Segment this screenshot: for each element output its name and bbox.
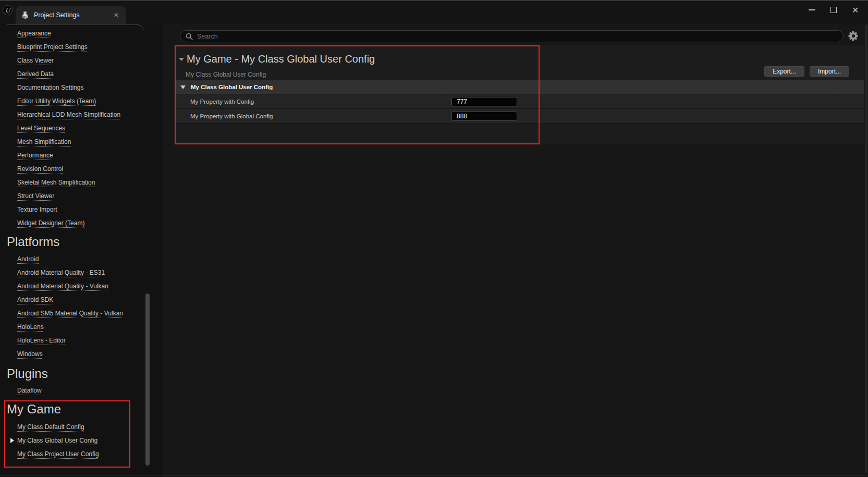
title-bar: U Project Settings ✕ ✕ [0, 0, 868, 24]
sidebar-item-performance[interactable]: Performance [0, 149, 163, 162]
sidebar-item-hololens[interactable]: HoloLens [0, 320, 163, 334]
sidebar-item-hierarchical-lod-mesh-simplification[interactable]: Hierarchical LOD Mesh Simplification [0, 108, 163, 121]
main-scrollbar[interactable] [865, 25, 867, 473]
sidebar-item-android-material-quality-es31[interactable]: Android Material Quality - ES31 [0, 266, 163, 279]
sidebar-platforms-list: Android Android Material Quality - ES31 … [0, 252, 163, 361]
property-value-input[interactable] [451, 112, 517, 121]
settings-sidebar: Appearance Blueprint Project Settings Cl… [0, 24, 163, 477]
right-column-divider [838, 109, 838, 123]
sidebar-item-revision-control[interactable]: Revision Control [0, 162, 163, 176]
tab-project-settings[interactable]: Project Settings ✕ [16, 6, 126, 24]
column-splitter[interactable] [445, 94, 445, 108]
search-icon [186, 33, 193, 40]
sidebar-item-skeletal-mesh-simplification[interactable]: Skeletal Mesh Simplification [0, 176, 163, 189]
tab-label: Project Settings [34, 11, 80, 19]
property-row-my-property-with-global-config: My Property with Global Config [175, 109, 864, 124]
column-splitter[interactable] [445, 109, 445, 123]
project-settings-icon [21, 11, 29, 19]
window-minimize-icon[interactable] [809, 9, 815, 10]
export-button[interactable]: Export... [764, 66, 804, 77]
sidebar-item-struct-viewer[interactable]: Struct Viewer [0, 189, 163, 203]
section-title: My Class Global User Config [191, 84, 273, 90]
sidebar-item-blueprint-project-settings[interactable]: Blueprint Project Settings [0, 40, 163, 54]
sidebar-item-windows[interactable]: Windows [0, 347, 163, 361]
property-row-my-property-with-config: My Property with Config [175, 94, 864, 109]
property-value-input[interactable] [451, 97, 517, 106]
window-top-border [0, 0, 868, 1]
category-title: My Game - My Class Global User Config [187, 53, 375, 65]
window-bottom-border [0, 475, 868, 475]
sidebar-item-dataflow[interactable]: Dataflow [0, 384, 163, 397]
sidebar-item-documentation-settings[interactable]: Documentation Settings [0, 81, 163, 94]
category-subtitle: My Class Global User Config [186, 71, 266, 78]
sidebar-my-game-list: My Class Default Config My Class Global … [0, 420, 163, 461]
settings-gear-icon[interactable] [848, 30, 859, 42]
sidebar-item-my-class-project-user-config[interactable]: My Class Project User Config [0, 447, 163, 461]
section-expander-icon [180, 85, 186, 89]
sidebar-section-plugins: Plugins [7, 366, 48, 381]
sidebar-item-editor-utility-widgets[interactable]: Editor Utility Widgets (Team) [0, 94, 163, 108]
unreal-engine-logo-icon: U [3, 5, 13, 15]
sidebar-item-android-sm5-material-quality-vulkan[interactable]: Android SM5 Material Quality - Vulkan [0, 307, 163, 320]
search-input[interactable] [197, 33, 838, 40]
window-maximize-icon[interactable] [830, 7, 837, 13]
sidebar-item-derived-data[interactable]: Derived Data [0, 67, 163, 81]
sidebar-item-my-class-global-user-config[interactable]: My Class Global User Config [0, 434, 163, 447]
section-header-my-class-global-user-config[interactable]: My Class Global User Config [175, 80, 864, 94]
sidebar-item-hololens-editor[interactable]: HoloLens - Editor [0, 334, 163, 347]
sidebar-section-my-game: My Game [7, 402, 61, 417]
sidebar-item-appearance[interactable]: Appearance [0, 27, 163, 40]
property-name: My Property with Config [190, 94, 254, 108]
selected-item-arrow-icon [10, 438, 14, 443]
property-name: My Property with Global Config [190, 109, 273, 123]
sidebar-item-level-sequences[interactable]: Level Sequences [0, 121, 163, 135]
tab-close-icon[interactable]: ✕ [114, 11, 119, 19]
window-close-icon[interactable]: ✕ [852, 5, 859, 15]
sidebar-item-widget-designer[interactable]: Widget Designer (Team) [0, 216, 163, 230]
sidebar-item-class-viewer[interactable]: Class Viewer [0, 54, 163, 67]
sidebar-item-android[interactable]: Android [0, 252, 163, 266]
sidebar-plugins-list: Dataflow [0, 384, 163, 397]
right-column-divider [838, 94, 838, 108]
sidebar-section-platforms: Platforms [7, 235, 59, 249]
sidebar-general-list: Appearance Blueprint Project Settings Cl… [0, 27, 163, 230]
sidebar-item-android-sdk[interactable]: Android SDK [0, 293, 163, 307]
category-expander-icon[interactable] [179, 58, 184, 61]
project-settings-window: U Project Settings ✕ ✕ Appearance Bluepr… [0, 0, 868, 477]
sidebar-item-mesh-simplification[interactable]: Mesh Simplification [0, 135, 163, 149]
search-bar [180, 30, 843, 42]
import-button[interactable]: Import... [810, 66, 849, 77]
sidebar-item-texture-import[interactable]: Texture Import [0, 203, 163, 216]
sidebar-item-android-material-quality-vulkan[interactable]: Android Material Quality - Vulkan [0, 279, 163, 293]
sidebar-scrollbar-thumb[interactable] [145, 293, 150, 466]
sidebar-item-my-class-default-config[interactable]: My Class Default Config [0, 420, 163, 434]
